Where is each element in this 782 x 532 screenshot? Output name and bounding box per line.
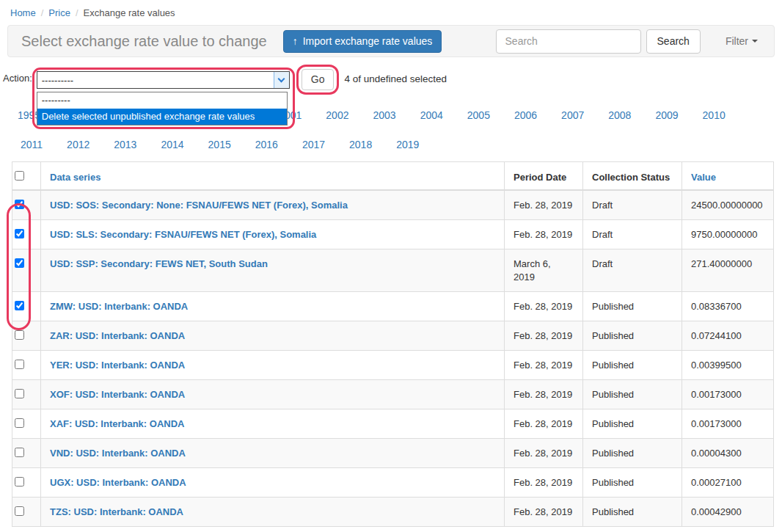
search-button[interactable]: Search <box>646 29 701 54</box>
data-series-link[interactable]: ZMW: USD: Interbank: OANDA <box>50 301 188 312</box>
toolbar-panel: Select exchange rate value to change ↑ I… <box>7 25 775 57</box>
import-button-label: Import exchange rate values <box>303 35 433 47</box>
collection-status-value: Published <box>592 506 634 517</box>
year-link[interactable]: 2012 <box>67 139 89 150</box>
data-series-link[interactable]: YER: USD: Interbank: OANDA <box>50 360 185 371</box>
action-dropdown-option[interactable]: Delete selected unpublished exchange rat… <box>37 109 287 125</box>
period-date-cell: Feb. 28, 2019 <box>505 220 583 249</box>
table-row: YER: USD: Interbank: OANDA Feb. 28, 2019… <box>12 351 774 380</box>
period-date-cell: Feb. 28, 2019 <box>505 380 583 409</box>
table-header-row: Data series Period Date Collection Statu… <box>12 162 774 191</box>
table-row: VND: USD: Interbank: OANDA Feb. 28, 2019… <box>12 439 774 468</box>
year-link[interactable]: 2009 <box>655 109 678 121</box>
breadcrumb-price-link[interactable]: Price <box>48 7 70 18</box>
data-series-link[interactable]: VND: USD: Interbank: OANDA <box>50 448 186 459</box>
data-series-link[interactable]: XOF: USD: Interbank: OANDA <box>50 389 185 400</box>
row-checkbox[interactable] <box>15 229 24 238</box>
period-date-value: Feb. 28, 2019 <box>514 360 572 371</box>
value-cell: 0.00004300 <box>691 448 742 459</box>
period-date-value: Feb. 28, 2019 <box>514 301 572 312</box>
action-select[interactable]: ---------- <box>37 71 290 89</box>
collection-status-value: Published <box>592 330 634 341</box>
year-link[interactable]: 2007 <box>561 109 584 121</box>
data-series-link[interactable]: UGX: USD: Interbank: OANDA <box>50 477 186 488</box>
year-link[interactable]: 2019 <box>396 139 419 150</box>
search-group: Search <box>496 29 701 54</box>
year-link[interactable]: 2004 <box>420 109 443 121</box>
select-all-checkbox[interactable] <box>15 171 24 181</box>
year-link[interactable]: 2002 <box>326 109 348 121</box>
chevron-down-icon <box>752 40 758 43</box>
go-button[interactable]: Go <box>302 69 335 90</box>
year-link[interactable]: 2005 <box>467 109 490 121</box>
value-cell: 271.40000000 <box>691 258 752 269</box>
action-dropdown-option[interactable]: --------- <box>37 92 287 109</box>
sort-value-link[interactable]: Value <box>691 172 716 183</box>
period-date-value: Feb. 28, 2019 <box>514 389 572 400</box>
year-link[interactable]: 2017 <box>302 139 325 150</box>
sort-data-series-link[interactable]: Data series <box>50 172 101 183</box>
header-collection-status: Collection Status <box>592 172 670 183</box>
breadcrumb: Home/Price/Exchange rate values <box>0 0 782 23</box>
breadcrumb-current: Exchange rate values <box>84 7 175 18</box>
row-checkbox[interactable] <box>15 477 24 487</box>
data-series-link[interactable]: USD: SOS: Secondary: None: FSNAU/FEWS NE… <box>50 200 348 211</box>
table-row: USD: SOS: Secondary: None: FSNAU/FEWS NE… <box>12 190 774 220</box>
collection-status-value: Published <box>592 301 634 312</box>
year-link[interactable]: 2003 <box>373 109 395 121</box>
value-cell: 0.00399500 <box>691 360 742 371</box>
data-series-link[interactable]: XAF: USD: Interbank: OANDA <box>50 418 184 429</box>
value-cell: 0.00042900 <box>691 506 742 517</box>
period-date-cell: Feb. 28, 2019 <box>505 351 583 380</box>
data-series-link[interactable]: USD: SLS: Secondary: FSNAU/FEWS NET (For… <box>50 229 316 240</box>
period-date-cell: Feb. 28, 2019 <box>505 321 583 351</box>
collection-status-value: Draft <box>592 229 613 240</box>
year-link[interactable]: 2008 <box>608 109 631 121</box>
row-checkbox[interactable] <box>15 506 24 516</box>
year-link[interactable]: 2010 <box>703 109 726 121</box>
year-link[interactable]: 2014 <box>161 139 183 150</box>
header-period-date: Period Date <box>514 172 566 183</box>
row-checkbox[interactable] <box>15 258 24 268</box>
year-link[interactable]: 2011 <box>21 139 43 150</box>
page-title: Select exchange rate value to change <box>21 33 267 50</box>
filter-dropdown-toggle[interactable]: Filter <box>726 35 758 47</box>
value-cell: 0.00173000 <box>691 389 742 400</box>
year-link[interactable]: 2016 <box>255 139 278 150</box>
select-arrow-zone[interactable] <box>274 72 289 88</box>
year-link[interactable]: 2015 <box>208 139 231 150</box>
row-checkbox[interactable] <box>15 448 24 457</box>
value-cell: 0.07244100 <box>691 330 742 341</box>
period-date-cell: Feb. 28, 2019 <box>505 468 583 498</box>
search-input[interactable] <box>496 29 641 54</box>
results-table-wrap: Data series Period Date Collection Statu… <box>12 161 774 527</box>
row-checkbox[interactable] <box>15 200 24 209</box>
import-exchange-rates-button[interactable]: ↑ Import exchange rate values <box>283 30 442 53</box>
year-link[interactable]: 2006 <box>514 109 537 121</box>
period-date-value: Feb. 28, 2019 <box>514 477 572 488</box>
value-cell: 0.00173000 <box>691 418 742 429</box>
table-row: XAF: USD: Interbank: OANDA Feb. 28, 2019… <box>12 409 774 439</box>
action-select-value: ---------- <box>37 75 73 86</box>
action-dropdown-list: ---------Delete selected unpublished exc… <box>37 92 288 125</box>
year-link[interactable]: 2013 <box>114 139 136 150</box>
data-series-link[interactable]: ZAR: USD: Interbank: OANDA <box>50 330 185 341</box>
value-cell: 0.08336700 <box>691 301 742 312</box>
row-checkbox[interactable] <box>15 389 24 398</box>
year-link[interactable]: 2018 <box>349 139 372 150</box>
period-date-value: Feb. 28, 2019 <box>514 200 572 211</box>
row-checkbox[interactable] <box>15 360 24 369</box>
period-date-cell: Feb. 28, 2019 <box>505 409 583 439</box>
breadcrumb-separator: / <box>41 7 44 18</box>
row-checkbox[interactable] <box>15 301 24 310</box>
data-series-link[interactable]: USD: SSP: Secondary: FEWS NET, South Sud… <box>50 258 268 269</box>
value-cell: 9750.00000000 <box>691 229 757 240</box>
breadcrumb-home-link[interactable]: Home <box>10 7 36 18</box>
period-date-cell: Feb. 28, 2019 <box>505 439 583 468</box>
row-checkbox[interactable] <box>15 330 24 340</box>
data-series-link[interactable]: TZS: USD: Interbank: OANDA <box>50 506 183 517</box>
filter-label: Filter <box>726 35 748 47</box>
table-row: XOF: USD: Interbank: OANDA Feb. 28, 2019… <box>12 380 774 409</box>
period-date-cell: Feb. 28, 2019 <box>505 498 583 527</box>
row-checkbox[interactable] <box>15 418 24 428</box>
